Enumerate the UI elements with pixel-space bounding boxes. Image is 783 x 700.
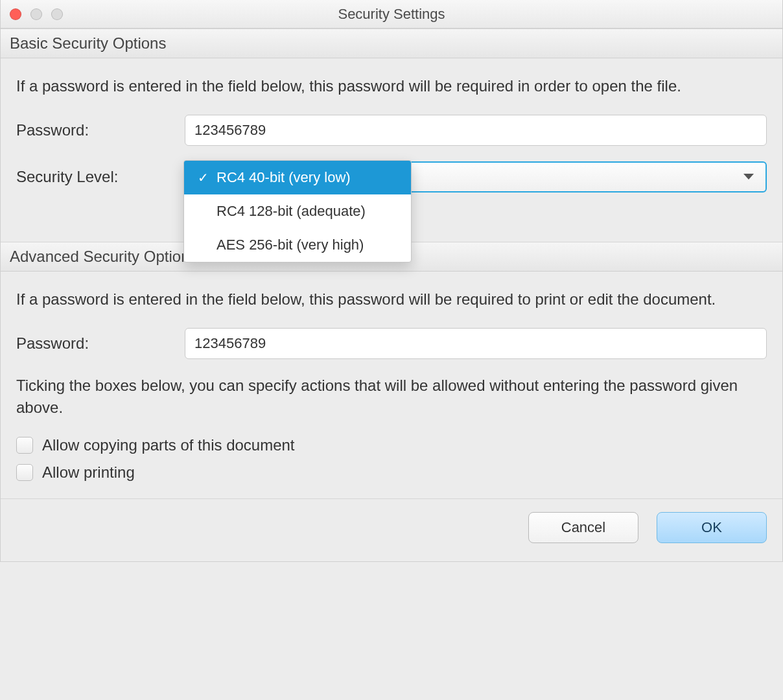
- basic-password-input[interactable]: [185, 115, 767, 146]
- security-level-option-aes-256[interactable]: AES 256-bit (very high): [184, 228, 411, 262]
- permissions-description: Ticking the boxes below, you can specify…: [16, 375, 767, 420]
- basic-password-label: Password:: [16, 121, 185, 139]
- minimize-window-button[interactable]: [30, 8, 42, 20]
- allow-copy-label: Allow copying parts of this document: [42, 436, 295, 454]
- basic-password-row: Password:: [16, 115, 767, 146]
- dialog-footer: Cancel OK: [1, 498, 782, 561]
- allow-print-checkbox[interactable]: [16, 464, 33, 481]
- traffic-lights: [1, 8, 63, 20]
- security-level-label: Security Level:: [16, 168, 185, 186]
- allow-copy-checkbox[interactable]: [16, 437, 33, 454]
- ok-button[interactable]: OK: [657, 512, 767, 543]
- advanced-password-row: Password:: [16, 328, 767, 359]
- basic-section-header: Basic Security Options: [1, 29, 782, 58]
- allow-copy-row: Allow copying parts of this document: [16, 436, 767, 454]
- security-level-option-rc4-40[interactable]: ✓ RC4 40-bit (very low): [184, 161, 411, 194]
- zoom-window-button[interactable]: [51, 8, 63, 20]
- security-settings-window: Security Settings Basic Security Options…: [0, 0, 783, 562]
- cancel-button[interactable]: Cancel: [528, 512, 638, 543]
- allow-print-row: Allow printing: [16, 463, 767, 482]
- security-level-option-label: RC4 40-bit (very low): [216, 169, 351, 186]
- basic-description: If a password is entered in the field be…: [16, 75, 767, 98]
- basic-section: If a password is entered in the field be…: [1, 58, 782, 242]
- advanced-password-label: Password:: [16, 334, 185, 353]
- check-icon: ✓: [196, 170, 210, 185]
- titlebar: Security Settings: [1, 0, 782, 29]
- advanced-description: If a password is entered in the field be…: [16, 288, 767, 311]
- allow-print-label: Allow printing: [42, 463, 135, 482]
- security-level-row: Security Level: ✓ RC4 40-bit (very low) …: [16, 161, 767, 192]
- chevron-down-icon: [743, 174, 754, 180]
- security-level-dropdown: ✓ RC4 40-bit (very low) RC4 128-bit (ade…: [183, 160, 412, 262]
- security-level-option-label: RC4 128-bit (adequate): [216, 203, 366, 220]
- window-title: Security Settings: [1, 6, 782, 23]
- close-window-button[interactable]: [10, 8, 21, 20]
- security-level-option-label: AES 256-bit (very high): [216, 237, 364, 253]
- advanced-section: If a password is entered in the field be…: [1, 272, 782, 498]
- advanced-password-input[interactable]: [185, 328, 767, 359]
- security-level-option-rc4-128[interactable]: RC4 128-bit (adequate): [184, 194, 411, 228]
